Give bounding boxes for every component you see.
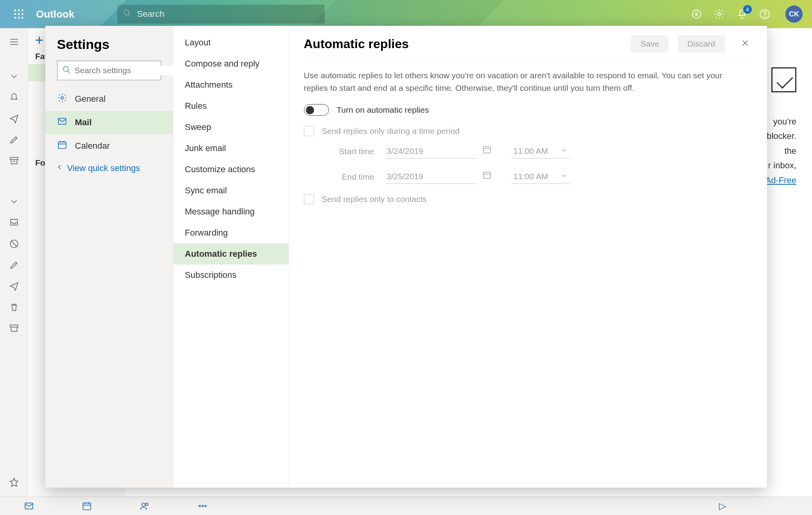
settings-icon[interactable] — [713, 8, 725, 20]
discard-button[interactable]: Discard — [678, 35, 724, 52]
global-search-input[interactable] — [137, 9, 319, 19]
start-date-input[interactable] — [386, 144, 476, 158]
automatic-replies-toggle[interactable] — [304, 104, 329, 116]
svg-point-7 — [18, 17, 20, 19]
gear-icon — [57, 93, 67, 105]
brand-title: Outlook — [36, 8, 74, 20]
toggle-label: Turn on automatic replies — [337, 105, 429, 115]
svg-rect-44 — [483, 172, 490, 178]
search-icon — [62, 65, 71, 76]
subnav-message-handling[interactable]: Message handling — [173, 201, 289, 222]
checkbox-icon[interactable] — [304, 194, 314, 204]
end-time-select[interactable]: 11:00 AM — [511, 169, 570, 184]
category-general[interactable]: General — [45, 87, 173, 111]
option-label: Send replies only to contacts — [322, 194, 427, 204]
time-value: 11:00 AM — [514, 172, 548, 181]
calendar-icon — [57, 140, 67, 152]
quick-settings-label: View quick settings — [67, 163, 140, 173]
close-button[interactable] — [738, 37, 752, 51]
time-value: 11:00 AM — [514, 146, 548, 156]
close-icon — [741, 39, 749, 49]
svg-point-1 — [18, 9, 20, 11]
settings-search[interactable] — [57, 61, 161, 80]
subnav-rules[interactable]: Rules — [173, 95, 289, 117]
mail-icon — [57, 116, 67, 129]
panel-title: Automatic replies — [304, 37, 409, 51]
calendar-icon[interactable] — [482, 170, 492, 182]
subnav-customize-actions[interactable]: Customize actions — [173, 159, 289, 180]
subnav-junk-email[interactable]: Junk email — [173, 138, 289, 159]
chevron-left-icon — [56, 163, 63, 173]
settings-dialog: Settings General Mail Calendar View quic… — [45, 26, 767, 488]
start-time-select[interactable]: 11:00 AM — [511, 144, 570, 158]
account-avatar[interactable]: CK — [785, 5, 803, 23]
svg-point-34 — [61, 97, 63, 99]
svg-point-2 — [22, 9, 23, 11]
end-time-label: End time — [320, 172, 386, 182]
subnav-layout[interactable]: Layout — [173, 32, 289, 53]
notification-badge: 4 — [743, 5, 752, 14]
view-quick-settings-link[interactable]: View quick settings — [45, 158, 173, 179]
subnav-sweep[interactable]: Sweep — [173, 117, 289, 138]
subnav-subscriptions[interactable]: Subscriptions — [173, 265, 289, 286]
save-button[interactable]: Save — [631, 35, 668, 52]
svg-line-10 — [128, 14, 131, 17]
help-icon[interactable] — [759, 8, 771, 20]
subnav-forwarding[interactable]: Forwarding — [173, 222, 289, 243]
category-calendar[interactable]: Calendar — [45, 134, 173, 158]
calendar-icon[interactable] — [482, 145, 492, 156]
svg-point-32 — [63, 67, 68, 72]
category-label: Mail — [75, 117, 92, 128]
global-search[interactable] — [117, 5, 325, 23]
subnav-attachments[interactable]: Attachments — [173, 74, 289, 95]
settings-title: Settings — [45, 35, 173, 61]
svg-point-6 — [14, 17, 16, 19]
subnav-automatic-replies[interactable]: Automatic replies — [173, 243, 289, 265]
panel-description: Use automatic replies to let others know… — [304, 69, 742, 94]
notifications-icon[interactable]: 4 — [736, 8, 748, 20]
app-launcher-button[interactable] — [5, 0, 33, 28]
chevron-down-icon — [560, 146, 568, 156]
svg-rect-35 — [58, 118, 66, 124]
svg-rect-36 — [58, 142, 66, 148]
search-icon — [123, 9, 131, 19]
svg-point-3 — [14, 13, 16, 15]
settings-search-input[interactable] — [75, 66, 177, 75]
svg-line-33 — [67, 71, 70, 73]
end-date-input[interactable] — [386, 169, 476, 184]
category-label: General — [75, 94, 106, 104]
time-period-option[interactable]: Send replies only during a time period — [304, 126, 752, 136]
svg-rect-42 — [483, 147, 490, 153]
start-time-label: Start time — [320, 147, 386, 156]
subnav-compose-and-reply[interactable]: Compose and reply — [173, 53, 289, 74]
checkbox-icon[interactable] — [304, 126, 314, 136]
category-label: Calendar — [75, 141, 110, 151]
svg-point-5 — [22, 13, 23, 15]
skype-icon[interactable] — [691, 8, 702, 20]
svg-point-12 — [718, 13, 721, 16]
svg-point-14 — [764, 16, 765, 17]
subnav-sync-email[interactable]: Sync email — [173, 180, 289, 201]
category-mail[interactable]: Mail — [45, 111, 173, 134]
svg-point-4 — [18, 13, 20, 15]
chevron-down-icon — [560, 172, 568, 181]
svg-point-9 — [124, 10, 129, 15]
svg-point-8 — [22, 17, 23, 19]
option-label: Send replies only during a time period — [322, 126, 460, 136]
contacts-only-option[interactable]: Send replies only to contacts — [304, 194, 752, 204]
svg-point-0 — [14, 9, 16, 11]
